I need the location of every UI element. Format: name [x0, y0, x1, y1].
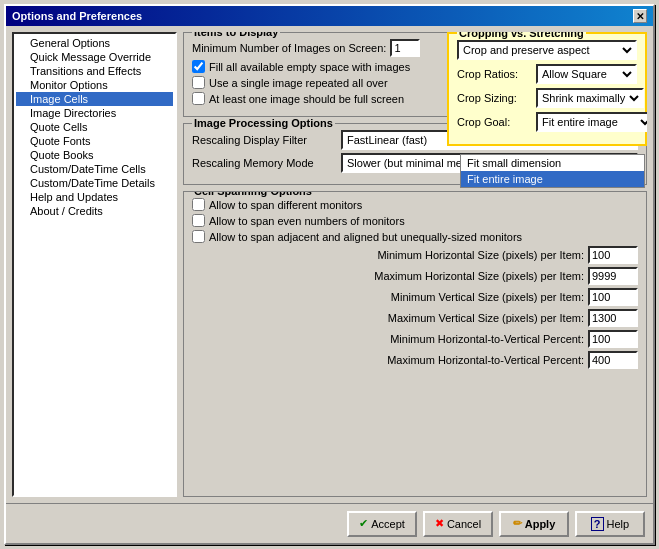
help-button[interactable]: ? Help [575, 511, 645, 537]
dropdown-item-fit-entire[interactable]: Fit entire image [461, 171, 644, 187]
cell-spanning-title: Cell Spanning Options [192, 191, 314, 197]
accept-button[interactable]: ✔ Accept [347, 511, 417, 537]
crop-main-select[interactable]: Crop and preserve aspect Stretch to fill… [457, 40, 637, 60]
sidebar-item-image-cells[interactable]: Image Cells [16, 92, 173, 106]
span-adjacent-label: Allow to span adjacent and aligned but u… [209, 231, 522, 243]
title-bar: Options and Preferences ✕ [6, 6, 653, 26]
cropping-title: Cropping vs. Stretching [457, 32, 586, 39]
min-images-input[interactable] [390, 39, 420, 57]
dropdown-item-fit-small[interactable]: Fit small dimension [461, 155, 644, 171]
size-input-3[interactable] [588, 309, 638, 327]
crop-main-row: Crop and preserve aspect Stretch to fill… [457, 40, 637, 60]
crop-ratios-label: Crop Ratios: [457, 68, 532, 80]
sidebar-item-quote-cells[interactable]: Quote Cells [16, 120, 173, 134]
sidebar-item-transitions-effects[interactable]: Transitions and Effects [16, 64, 173, 78]
sidebar-item-about-credits[interactable]: About / Credits [16, 204, 173, 218]
crop-ratios-select[interactable]: Allow Square No Square Only Square [536, 64, 637, 84]
cancel-label: Cancel [447, 518, 481, 530]
apply-button[interactable]: ✏ Apply [499, 511, 569, 537]
span-adjacent-checkbox[interactable] [192, 230, 205, 243]
image-processing-title: Image Processing Options [192, 117, 335, 129]
size-row-3: Maximum Vertical Size (pixels) per Item: [192, 309, 638, 327]
size-label-3: Maximum Vertical Size (pixels) per Item: [192, 312, 584, 324]
size-input-0[interactable] [588, 246, 638, 264]
close-button[interactable]: ✕ [633, 9, 647, 23]
sidebar-item-help-updates[interactable]: Help and Updates [16, 190, 173, 204]
accept-icon: ✔ [359, 517, 368, 530]
size-input-4[interactable] [588, 330, 638, 348]
help-label: Help [607, 518, 630, 530]
sidebar-item-quote-books[interactable]: Quote Books [16, 148, 173, 162]
size-row-5: Maximum Horizontal-to-Vertical Percent: [192, 351, 638, 369]
sidebar-item-custom-datetime-details[interactable]: Custom/DateTime Details [16, 176, 173, 190]
span-even-label: Allow to span even numbers of monitors [209, 215, 405, 227]
sidebar: General OptionsQuick Message OverrideTra… [12, 32, 177, 497]
crop-goal-label: Crop Goal: [457, 116, 532, 128]
apply-icon: ✏ [513, 517, 522, 530]
size-row-2: Minimum Vertical Size (pixels) per Item: [192, 288, 638, 306]
size-row-4: Minimum Horizontal-to-Vertical Percent: [192, 330, 638, 348]
size-input-1[interactable] [588, 267, 638, 285]
bottom-bar: ✔ Accept ✖ Cancel ✏ Apply ? Help [6, 503, 653, 543]
fullscreen-label: At least one image should be full screen [209, 93, 404, 105]
cancel-button[interactable]: ✖ Cancel [423, 511, 493, 537]
crop-goal-dropdown-popup: Fit small dimension Fit entire image [460, 154, 645, 188]
size-row-0: Minimum Horizontal Size (pixels) per Ite… [192, 246, 638, 264]
span-diff-checkbox[interactable] [192, 198, 205, 211]
help-icon: ? [591, 517, 604, 531]
crop-goal-select[interactable]: Fit entire image Fit small dimension Fit… [536, 112, 647, 132]
dialog-title: Options and Preferences [12, 10, 142, 22]
apply-label: Apply [525, 518, 556, 530]
size-input-5[interactable] [588, 351, 638, 369]
size-label-5: Maximum Horizontal-to-Vertical Percent: [192, 354, 584, 366]
size-label-2: Minimum Vertical Size (pixels) per Item: [192, 291, 584, 303]
crop-goal-row: Crop Goal: Fit entire image Fit small di… [457, 112, 637, 132]
dialog-body: General OptionsQuick Message OverrideTra… [6, 26, 653, 503]
sidebar-item-custom-datetime-cells[interactable]: Custom/DateTime Cells [16, 162, 173, 176]
fullscreen-checkbox[interactable] [192, 92, 205, 105]
sidebar-item-quick-message-override[interactable]: Quick Message Override [16, 50, 173, 64]
fill-space-label: Fill all available empty space with imag… [209, 61, 410, 73]
span-diff-monitors-row: Allow to span different monitors [192, 198, 638, 211]
sidebar-item-monitor-options[interactable]: Monitor Options [16, 78, 173, 92]
crop-sizing-row: Crop Sizing: Shrink maximally Shrink min… [457, 88, 637, 108]
fill-space-checkbox[interactable] [192, 60, 205, 73]
single-image-checkbox[interactable] [192, 76, 205, 89]
items-to-display-title: Items to Display [192, 32, 280, 38]
span-even-checkbox[interactable] [192, 214, 205, 227]
main-content: Items to Display Minimum Number of Image… [183, 32, 647, 497]
size-label-1: Maximum Horizontal Size (pixels) per Ite… [192, 270, 584, 282]
sidebar-item-quote-fonts[interactable]: Quote Fonts [16, 134, 173, 148]
cancel-icon: ✖ [435, 517, 444, 530]
cell-spanning-box: Cell Spanning Options Allow to span diff… [183, 191, 647, 497]
size-label-4: Minimum Horizontal-to-Vertical Percent: [192, 333, 584, 345]
size-row-1: Maximum Horizontal Size (pixels) per Ite… [192, 267, 638, 285]
accept-label: Accept [371, 518, 405, 530]
single-image-label: Use a single image repeated all over [209, 77, 388, 89]
size-fields: Minimum Horizontal Size (pixels) per Ite… [192, 246, 638, 369]
span-adjacent-row: Allow to span adjacent and aligned but u… [192, 230, 638, 243]
crop-sizing-label: Crop Sizing: [457, 92, 532, 104]
span-even-monitors-row: Allow to span even numbers of monitors [192, 214, 638, 227]
top-area: Items to Display Minimum Number of Image… [183, 32, 647, 185]
crop-ratios-row: Crop Ratios: Allow Square No Square Only… [457, 64, 637, 84]
span-diff-label: Allow to span different monitors [209, 199, 362, 211]
size-input-2[interactable] [588, 288, 638, 306]
min-images-label: Minimum Number of Images on Screen: [192, 42, 386, 54]
rescaling-memory-label: Rescaling Memory Mode [192, 157, 337, 169]
sidebar-item-image-directories[interactable]: Image Directories [16, 106, 173, 120]
crop-sizing-select[interactable]: Shrink maximally Shrink minimally Grow m… [536, 88, 644, 108]
cropping-box: Cropping vs. Stretching Crop and preserv… [447, 32, 647, 146]
options-dialog: Options and Preferences ✕ General Option… [4, 4, 655, 545]
sidebar-item-general-options[interactable]: General Options [16, 36, 173, 50]
rescaling-filter-label: Rescaling Display Filter [192, 134, 337, 146]
size-label-0: Minimum Horizontal Size (pixels) per Ite… [192, 249, 584, 261]
